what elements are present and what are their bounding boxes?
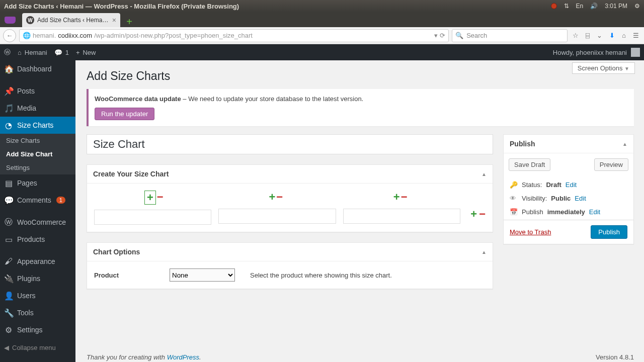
search-input[interactable]: 🔍 Search bbox=[452, 29, 568, 42]
new-link[interactable]: +New bbox=[76, 49, 96, 56]
close-tab-icon[interactable]: × bbox=[112, 16, 116, 24]
submenu-add-sizechart[interactable]: Add Size Chart bbox=[0, 147, 75, 161]
woocommerce-notice: WooCommerce data update – We need to upd… bbox=[87, 89, 634, 126]
sidebar-submenu: Size Charts Add Size Chart Settings bbox=[0, 134, 75, 174]
collapse-menu[interactable]: ◀Collapse menu bbox=[0, 340, 75, 355]
pocket-icon[interactable]: ⌄ bbox=[597, 32, 602, 39]
site-link[interactable]: ⌂Hemani bbox=[18, 49, 47, 56]
url-input[interactable]: 🌐 hemani.codiixx.com/wp-admin/post-new.p… bbox=[19, 29, 449, 42]
library-icon[interactable]: ⌸ bbox=[586, 32, 590, 39]
add-column-button[interactable]: + bbox=[393, 191, 400, 204]
woo-icon: ⓦ bbox=[4, 217, 13, 228]
browser-toolbar: ← 🌐 hemani.codiixx.com/wp-admin/post-new… bbox=[0, 27, 644, 44]
remove-column-button[interactable]: − bbox=[157, 191, 164, 205]
notice-text: – We need to update your store database … bbox=[181, 95, 364, 103]
menu-icon[interactable]: ☰ bbox=[633, 32, 639, 39]
sidebar-item-plugins[interactable]: 🔌Plugins bbox=[0, 270, 75, 287]
howdy-text[interactable]: Howdy, phoeniixx hemani bbox=[553, 49, 627, 56]
collapse-icon[interactable]: ▲ bbox=[481, 249, 487, 255]
remove-row-button[interactable]: − bbox=[479, 208, 486, 221]
post-title-input[interactable] bbox=[87, 134, 493, 154]
page-icon: ▤ bbox=[4, 178, 13, 188]
chart-cell-input[interactable] bbox=[343, 209, 460, 224]
url-prefix: hemani. bbox=[33, 32, 56, 39]
sidebar-item-settings[interactable]: ⚙Settings bbox=[0, 321, 75, 338]
plug-icon: 🔌 bbox=[4, 274, 13, 284]
run-updater-button[interactable]: Run the updater bbox=[95, 108, 154, 120]
visibility-label: Visibility: bbox=[522, 195, 547, 202]
sidebar-item-products[interactable]: ▭Products bbox=[0, 231, 75, 248]
box-title: Chart Options bbox=[93, 248, 140, 256]
dashboard-icon: 🏠 bbox=[4, 64, 13, 74]
preview-button[interactable]: Preview bbox=[594, 158, 628, 171]
add-column-button[interactable]: + bbox=[144, 191, 156, 205]
move-to-trash-link[interactable]: Move to Trash bbox=[510, 228, 551, 236]
publish-label: Publish bbox=[522, 208, 543, 216]
content-area: Screen Options ▼ Add Size Charts WooComm… bbox=[75, 60, 644, 362]
wordpress-link[interactable]: WordPress bbox=[167, 353, 199, 361]
box-title: Publish bbox=[510, 140, 535, 148]
url-host: codiixx.com bbox=[58, 32, 92, 39]
tab-title: Add Size Charts ‹ Hema… bbox=[37, 17, 109, 24]
admin-sidebar: 🏠Dashboard 📌Posts 🎵Media ◔Size Charts Si… bbox=[0, 60, 75, 362]
publish-button[interactable]: Publish bbox=[591, 225, 627, 239]
sidebar-item-tools[interactable]: 🔧Tools bbox=[0, 304, 75, 321]
avatar[interactable] bbox=[631, 48, 640, 57]
search-placeholder: Search bbox=[466, 32, 487, 39]
sidebar-item-users[interactable]: 👤Users bbox=[0, 287, 75, 304]
media-icon: 🎵 bbox=[4, 104, 13, 113]
product-icon: ▭ bbox=[4, 235, 13, 244]
comments-badge: 1 bbox=[56, 197, 65, 204]
browser-tab[interactable]: W Add Size Charts ‹ Hema… × bbox=[22, 13, 120, 27]
home-icon[interactable]: ⌂ bbox=[622, 32, 626, 39]
clock: 3:01 PM bbox=[605, 3, 627, 10]
sidebar-item-dashboard[interactable]: 🏠Dashboard bbox=[0, 60, 75, 77]
wp-logo-icon[interactable]: ⓦ bbox=[4, 48, 11, 57]
chart-options-box: Chart Options▲ Product None Select the p… bbox=[87, 242, 493, 289]
screen-options-toggle[interactable]: Screen Options ▼ bbox=[572, 62, 635, 74]
status-label: Status: bbox=[522, 181, 542, 189]
lang-indicator: En bbox=[576, 3, 584, 10]
submenu-settings[interactable]: Settings bbox=[0, 161, 75, 174]
sidebar-item-posts[interactable]: 📌Posts bbox=[0, 82, 75, 100]
comment-icon: 💬 bbox=[4, 196, 13, 205]
collapse-icon: ◀ bbox=[4, 344, 9, 351]
remove-column-button[interactable]: − bbox=[276, 191, 283, 204]
new-tab-button[interactable]: + bbox=[123, 16, 135, 27]
save-draft-button[interactable]: Save Draft bbox=[509, 158, 550, 171]
sidebar-item-sizecharts[interactable]: ◔Size Charts bbox=[0, 117, 75, 134]
dropdown-icon[interactable]: ▾ bbox=[434, 32, 438, 39]
product-select[interactable]: None bbox=[170, 268, 235, 282]
bookmark-star-icon[interactable]: ☆ bbox=[573, 32, 579, 39]
add-row-button[interactable]: + bbox=[470, 208, 477, 221]
edit-visibility-link[interactable]: Edit bbox=[575, 195, 586, 202]
chart-icon: ◔ bbox=[4, 121, 13, 130]
sidebar-item-pages[interactable]: ▤Pages bbox=[0, 174, 75, 192]
add-column-button[interactable]: + bbox=[269, 191, 275, 204]
home-icon: ⌂ bbox=[18, 49, 22, 56]
back-button[interactable]: ← bbox=[3, 29, 16, 42]
remove-column-button[interactable]: − bbox=[401, 191, 408, 204]
network-icon: ⇅ bbox=[564, 3, 569, 10]
key-icon: 🔑 bbox=[510, 181, 518, 189]
create-size-chart-box: Create Your Size Chart▲ +− +− bbox=[87, 164, 493, 232]
sidebar-item-media[interactable]: 🎵Media bbox=[0, 100, 75, 117]
submenu-sizecharts[interactable]: Size Charts bbox=[0, 134, 75, 147]
chart-cell-input[interactable] bbox=[94, 210, 211, 225]
publish-value: immediately bbox=[547, 208, 585, 216]
edit-date-link[interactable]: Edit bbox=[589, 208, 600, 216]
status-value: Draft bbox=[546, 181, 561, 189]
sidebar-item-comments[interactable]: 💬Comments1 bbox=[0, 192, 75, 209]
page-title: Add Size Charts bbox=[75, 60, 644, 89]
sidebar-item-woocommerce[interactable]: ⓦWooCommerce bbox=[0, 214, 75, 231]
comments-link[interactable]: 💬1 bbox=[54, 49, 69, 56]
collapse-icon[interactable]: ▲ bbox=[481, 171, 487, 177]
downloads-icon[interactable]: ⬇ bbox=[609, 32, 615, 39]
collapse-icon[interactable]: ▲ bbox=[622, 141, 627, 147]
edit-status-link[interactable]: Edit bbox=[566, 181, 577, 189]
product-hint: Select the product where showing this si… bbox=[250, 272, 392, 279]
sidebar-item-appearance[interactable]: 🖌Appearance bbox=[0, 253, 75, 270]
calendar-icon: 📅 bbox=[510, 208, 518, 216]
chart-cell-input[interactable] bbox=[218, 209, 336, 224]
reload-icon[interactable]: ⟳ bbox=[440, 32, 445, 39]
